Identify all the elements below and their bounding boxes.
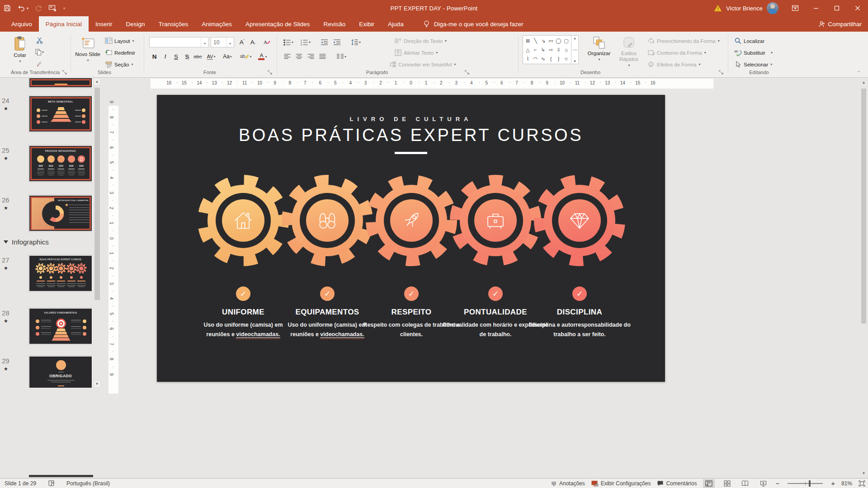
find-button[interactable]: Localizar xyxy=(734,37,764,45)
align-right-icon[interactable] xyxy=(306,52,316,61)
strikethrough-button[interactable]: abe xyxy=(193,52,203,61)
shape-arrow-down-icon[interactable]: ⇩ xyxy=(557,47,561,53)
shape-brace-left-icon[interactable]: { xyxy=(550,56,552,61)
minimize-icon[interactable] xyxy=(806,0,826,16)
slide-sorter-view-button[interactable] xyxy=(721,479,733,488)
caption-link-uniforme[interactable]: videochamadas. xyxy=(236,331,280,338)
reset-button[interactable]: Redefinir xyxy=(105,49,135,56)
align-text-button[interactable]: Alinhar Texto▾ xyxy=(394,49,438,56)
line-spacing-button[interactable]: ▾ xyxy=(349,37,363,47)
user-avatar[interactable] xyxy=(767,2,778,14)
slide-thumbnail-25[interactable]: PROCESS INFOGRAPHIC20052010201520202025 xyxy=(29,145,92,182)
fit-slide-to-window-icon[interactable] xyxy=(859,480,865,487)
tab-transi-es[interactable]: Transições xyxy=(152,16,195,32)
new-slide-button[interactable]: Novo Slide ▾ xyxy=(75,36,100,62)
decrease-font-icon[interactable]: Aˇ xyxy=(248,37,258,47)
shapes-scroll-down-icon[interactable]: ▼ xyxy=(573,60,576,63)
highlight-color-button[interactable]: ab▾ xyxy=(239,52,253,61)
shape-freeform-icon[interactable]: ⌂ xyxy=(565,47,568,52)
slide-indicator[interactable]: Slide 1 de 29 xyxy=(5,480,36,487)
text-direction-button[interactable]: ADireção do Texto▾ xyxy=(394,37,447,45)
slide-thumbnail-29[interactable]: OBRIGADO xyxy=(29,356,92,388)
check-icon-pontualidade[interactable]: ✓ xyxy=(488,286,503,301)
shape-outline-button[interactable]: Contorno da Forma▾ xyxy=(647,49,706,56)
language-indicator[interactable]: Português (Brasil) xyxy=(66,480,110,487)
gear-uniforme[interactable] xyxy=(196,173,291,268)
text-shadow-button[interactable]: S xyxy=(182,52,192,61)
thumbnail-scrollbar-thumb[interactable] xyxy=(94,88,100,300)
ruler-horizontal[interactable]: 16·15·14·13·12·11·10·9·8·7·6·5·4·3·2·1·0… xyxy=(108,79,867,89)
normal-view-button[interactable] xyxy=(703,479,715,488)
drawing-dialog-launcher-icon[interactable] xyxy=(719,70,724,75)
shape-elbow-arrow-icon[interactable]: ↳ xyxy=(541,47,545,53)
tab-arquivo[interactable]: Arquivo xyxy=(5,16,39,32)
caption-desc-disciplina[interactable]: Disciplina e autorresponsabilidade do tr… xyxy=(525,320,634,339)
section-button[interactable]: Seção▾ xyxy=(105,61,133,68)
slide-thumbnail-27[interactable]: BOAS PRÁTICAS EXPERT CURSOS xyxy=(29,255,92,291)
numbering-button[interactable]: 123▾ xyxy=(299,37,312,47)
zoom-slider[interactable] xyxy=(788,483,823,484)
close-icon[interactable] xyxy=(847,0,868,16)
change-case-button[interactable]: Aa▾ xyxy=(221,52,234,61)
thumbnail-scroll-down-icon[interactable]: ▼ xyxy=(93,380,101,388)
zoom-level[interactable]: 81% xyxy=(841,480,852,487)
check-icon-disciplina[interactable]: ✓ xyxy=(572,286,587,301)
tab-revis-o[interactable]: Revisão xyxy=(317,16,353,32)
tab-apresenta-o-de-slides[interactable]: Apresentação de Slides xyxy=(239,16,317,32)
slideshow-view-button[interactable] xyxy=(757,479,769,488)
copy-icon[interactable]: ▾ xyxy=(34,47,45,57)
gear-equipamentos[interactable] xyxy=(280,173,375,268)
shape-curve-icon[interactable]: ∿ xyxy=(541,56,545,62)
convert-smartart-button[interactable]: Converter em SmartArt▾ xyxy=(389,61,456,68)
display-settings-button[interactable]: Exibir Configurações xyxy=(591,480,651,487)
slide-kicker[interactable]: LIVRO DE CULTURA xyxy=(157,116,665,122)
cut-icon[interactable] xyxy=(34,35,45,45)
bullets-button[interactable]: ▾ xyxy=(282,37,295,47)
gear-pontualidade[interactable] xyxy=(448,173,543,268)
shape-star-icon[interactable]: ☆ xyxy=(564,56,569,62)
canvas-scrollbar-thumb[interactable] xyxy=(861,89,866,324)
shape-arrow-line-icon[interactable]: ↘ xyxy=(541,38,545,44)
zoom-out-icon[interactable]: − xyxy=(775,479,779,487)
check-icon-respeito[interactable]: ✓ xyxy=(404,286,419,301)
slide-thumbnail-23[interactable] xyxy=(29,78,92,88)
justify-icon[interactable] xyxy=(317,52,328,61)
thumbnail-hscrollbar-thumb[interactable] xyxy=(29,475,93,477)
comments-button[interactable]: Comentários xyxy=(657,480,697,487)
align-left-icon[interactable] xyxy=(282,52,292,61)
select-button[interactable]: Selecionar▾ xyxy=(734,61,772,68)
align-center-icon[interactable] xyxy=(294,52,304,61)
shape-effects-button[interactable]: Efeitos de Forma▾ xyxy=(647,61,701,68)
thumbnail-scroll-up-icon[interactable]: ▲ xyxy=(93,78,101,85)
arrange-button[interactable]: Organizar▾ xyxy=(585,36,613,61)
check-icon-uniforme[interactable]: ✓ xyxy=(236,286,250,301)
format-painter-icon[interactable] xyxy=(34,59,45,69)
layout-button[interactable]: Layout▾ xyxy=(105,37,134,45)
font-color-button[interactable]: A▾ xyxy=(256,52,269,61)
font-size-combo[interactable]: 10⌄ xyxy=(211,37,234,47)
font-name-combo[interactable]: ⌄ xyxy=(149,37,209,47)
section-header-infographics[interactable]: Infographics xyxy=(4,238,49,246)
shape-oval-icon[interactable]: ◯ xyxy=(556,38,561,44)
tab-inserir[interactable]: Inserir xyxy=(89,16,119,32)
caption-desc-uniforme[interactable]: Uso do uniforme (camisa) em reuniões e v… xyxy=(198,320,288,339)
reading-view-button[interactable] xyxy=(739,479,751,488)
tab-ajuda[interactable]: Ajuda xyxy=(381,16,410,32)
paste-button[interactable]: Colar ▾ xyxy=(8,36,32,63)
user-name[interactable]: Victor Brience xyxy=(726,5,763,12)
ribbon-display-options-icon[interactable] xyxy=(785,0,806,16)
shapes-scroll-up-icon[interactable]: ▲ xyxy=(573,37,576,40)
shape-arrow-right-icon[interactable]: ⇨ xyxy=(549,47,553,53)
shape-arc-icon[interactable]: ◠ xyxy=(533,56,538,62)
columns-button[interactable]: ▾ xyxy=(335,52,348,61)
gear-disciplina[interactable] xyxy=(532,173,627,268)
ruler-vertical[interactable]: 9·8·7·6·5·4·3·2·1·0·1·2·3·4·5·6·7·8·9 xyxy=(108,89,118,478)
slide-thumbnail-28[interactable]: VALORES FUNDAMENTAIS xyxy=(29,308,92,344)
slide-thumbnail-26[interactable]: RETROSPECTIVA II SEMESTRE xyxy=(29,195,92,231)
maximize-icon[interactable] xyxy=(826,0,847,16)
tell-me-box[interactable]: Diga-me o que você deseja fazer xyxy=(423,16,524,32)
spellcheck-icon[interactable] xyxy=(48,480,55,487)
canvas-scroll-up-icon[interactable]: ▲ xyxy=(860,79,868,86)
shape-gallery[interactable]: ⊞╲↘▭◯▢△⌐↳⇨⇩⌂⌇◠∿{}☆ xyxy=(523,35,571,64)
clear-formatting-icon[interactable]: A xyxy=(261,37,272,47)
